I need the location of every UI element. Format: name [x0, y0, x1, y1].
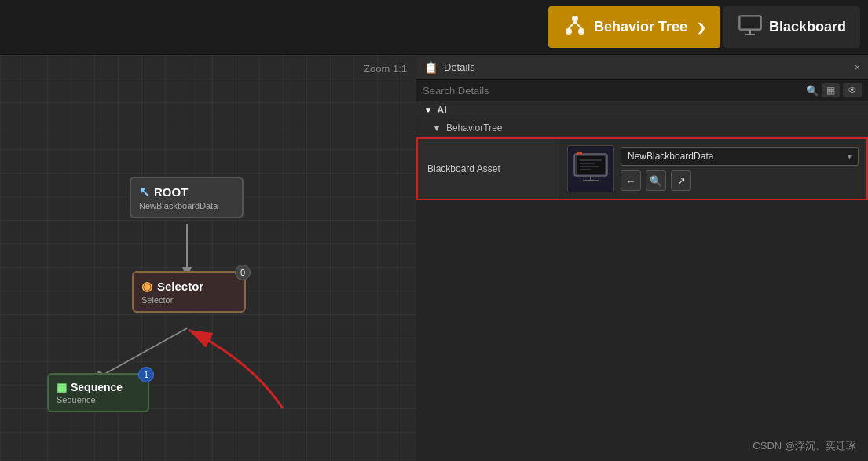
behavior-tree-tab[interactable]: Behavior Tree ❯	[548, 6, 720, 48]
details-close-button[interactable]: ×	[855, 62, 860, 73]
blackboard-asset-label-text: Blackboard Asset	[427, 163, 500, 174]
canvas-area: Zoom 1:1 ↖ ROOT NewBlackboardData 0 ◉ Se…	[0, 55, 416, 461]
bt-collapse-icon: ▼	[432, 123, 441, 134]
asset-row: NewBlackboardData ▾ ← 🔍 ↗	[567, 145, 859, 192]
sequence-icon: ▦	[57, 381, 67, 393]
details-icon: 📋	[424, 61, 438, 74]
selector-badge: 0	[235, 265, 251, 280]
svg-rect-6	[741, 17, 760, 28]
dropdown-arrow-icon: ▾	[848, 152, 852, 161]
selector-icon: ◉	[141, 279, 152, 294]
asset-dropdown[interactable]: NewBlackboardData ▾	[621, 147, 859, 166]
details-toolbar: 🔍 ▦ 👁	[806, 83, 862, 97]
asset-name: NewBlackboardData	[628, 151, 843, 162]
svg-rect-22	[577, 152, 582, 155]
root-node[interactable]: ↖ ROOT NewBlackboardData	[130, 177, 244, 218]
asset-controls: NewBlackboardData ▾ ← 🔍 ↗	[621, 147, 859, 191]
details-search-input[interactable]	[423, 85, 801, 97]
search-icon: 🔍	[806, 85, 819, 97]
chevron-icon: ❯	[697, 21, 706, 34]
toolbar: Behavior Tree ❯ Blackboard	[0, 0, 868, 55]
annotation-arrow	[157, 314, 298, 416]
sequence-badge: 1	[138, 367, 154, 382]
asset-search-button[interactable]: 🔍	[646, 170, 666, 191]
zoom-label: Zoom 1:1	[364, 63, 407, 75]
ai-section-label: AI	[437, 104, 447, 115]
svg-line-3	[569, 22, 575, 28]
behavior-tree-subsection[interactable]: ▼ BehaviorTree	[416, 119, 868, 137]
details-titlebar: 📋 Details ×	[416, 55, 868, 80]
svg-line-4	[575, 22, 581, 28]
svg-rect-15	[577, 156, 605, 174]
monitor-icon	[738, 13, 763, 42]
grid-view-button[interactable]: ▦	[822, 83, 840, 97]
selector-title: Selector	[157, 280, 203, 293]
watermark: CSDN @浮沉、奕迁琢	[753, 439, 856, 453]
details-content: ▼ AI ▼ BehaviorTree Blackboard Asset	[416, 101, 868, 461]
svg-point-0	[572, 16, 578, 22]
sequence-subtitle: Sequence	[57, 395, 96, 404]
asset-thumbnail	[567, 145, 614, 192]
ai-collapse-icon: ▼	[424, 106, 432, 115]
blackboard-asset-row: Blackboard Asset	[416, 137, 868, 200]
selector-node[interactable]: 0 ◉ Selector Selector	[132, 271, 246, 313]
details-panel: 📋 Details × 🔍 ▦ 👁 ▼ AI ▼ BehaviorTree Bl…	[416, 55, 868, 461]
blackboard-asset-label: Blackboard Asset	[418, 139, 559, 199]
behavior-tree-label: Behavior Tree	[594, 19, 687, 35]
svg-point-2	[578, 28, 584, 35]
asset-action-buttons: ← 🔍 ↗	[621, 170, 859, 191]
watermark-text: CSDN @浮沉、奕迁琢	[753, 440, 856, 452]
blackboard-asset-value: NewBlackboardData ▾ ← 🔍 ↗	[559, 139, 866, 199]
svg-point-1	[566, 28, 572, 35]
ai-section-header[interactable]: ▼ AI	[416, 101, 868, 119]
root-title: ROOT	[154, 185, 188, 199]
root-icon: ↖	[139, 185, 149, 199]
asset-open-button[interactable]: ↗	[671, 170, 691, 191]
behavior-tree-icon	[562, 13, 588, 42]
blackboard-label: Blackboard	[769, 19, 846, 35]
selector-subtitle: Selector	[141, 295, 173, 305]
asset-back-button[interactable]: ←	[621, 170, 641, 191]
eye-button[interactable]: 👁	[843, 83, 862, 97]
details-title: Details	[444, 61, 848, 73]
details-searchbar: 🔍 ▦ 👁	[416, 80, 868, 101]
sequence-node[interactable]: 1 ▦ Sequence Sequence	[47, 373, 149, 412]
blackboard-thumbnail-svg	[571, 149, 610, 188]
root-subtitle: NewBlackboardData	[139, 201, 218, 210]
blackboard-tab[interactable]: Blackboard	[723, 6, 860, 48]
sequence-title: Sequence	[71, 381, 123, 393]
bt-subsection-label: BehaviorTree	[446, 123, 503, 134]
